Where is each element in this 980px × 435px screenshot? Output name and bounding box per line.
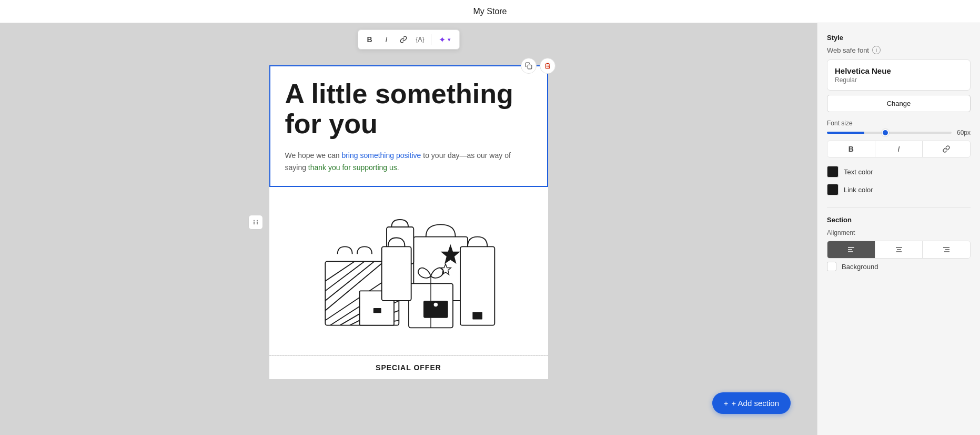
align-center-button[interactable]: [875, 241, 923, 258]
svg-rect-31: [381, 246, 411, 301]
alignment-buttons: [827, 241, 971, 259]
link-button[interactable]: [396, 32, 411, 47]
link-color-swatch[interactable]: [827, 184, 838, 195]
background-row: Background: [827, 262, 971, 271]
section-settings: Section Alignment Background: [827, 216, 971, 271]
content-wrapper: A little something for you We hope we ca…: [269, 65, 548, 379]
image-block: [269, 187, 548, 355]
add-section-icon: +: [724, 399, 729, 408]
svg-point-4: [253, 223, 254, 224]
style-section: Style Web safe font i Helvetica Neue Reg…: [827, 34, 971, 199]
change-font-button[interactable]: Change: [827, 95, 971, 112]
svg-rect-6: [528, 65, 532, 69]
svg-rect-20: [373, 308, 381, 313]
svg-point-3: [256, 222, 257, 223]
section-label: Section: [827, 216, 971, 224]
italic-button[interactable]: I: [379, 32, 394, 47]
text-color-label: Text color: [844, 168, 873, 176]
block-actions: [521, 58, 555, 74]
font-name: Helvetica Neue: [835, 66, 963, 75]
link-color-label: Link color: [844, 186, 873, 194]
svg-point-5: [256, 223, 257, 224]
shopping-illustration: [309, 197, 509, 345]
editor-toolbar: B I {A} ✦ ▾: [358, 29, 460, 50]
add-section-button[interactable]: + + Add section: [712, 392, 791, 414]
special-offer-label: SPECIAL OFFER: [269, 356, 548, 379]
background-label: Background: [842, 263, 878, 271]
subtext: We hope we can bring something positive …: [285, 150, 532, 173]
align-left-button[interactable]: [827, 241, 875, 258]
background-checkbox[interactable]: [827, 262, 836, 271]
ai-chevron-icon: ▾: [448, 36, 451, 43]
web-safe-row: Web safe font i: [827, 46, 971, 54]
format-italic-button[interactable]: I: [875, 141, 923, 157]
store-title: My Store: [473, 7, 507, 16]
highlight-green: thank you for supporting us: [308, 163, 397, 172]
style-title: Style: [827, 34, 971, 42]
ai-icon: ✦: [439, 35, 446, 45]
text-block[interactable]: A little something for you We hope we ca…: [269, 65, 548, 187]
svg-point-1: [256, 220, 257, 221]
font-style: Regular: [835, 76, 963, 84]
variable-button[interactable]: {A}: [413, 32, 428, 47]
bold-button[interactable]: B: [362, 32, 377, 47]
web-safe-label: Web safe font: [827, 46, 869, 54]
duplicate-button[interactable]: [521, 58, 537, 74]
add-section-label: + Add section: [732, 399, 779, 408]
toolbar-divider: [431, 34, 431, 45]
text-color-swatch[interactable]: [827, 166, 838, 177]
link-color-row: Link color: [827, 181, 971, 199]
format-bold-button[interactable]: B: [827, 141, 875, 157]
font-info: Helvetica Neue Regular: [827, 60, 971, 91]
text-color-row: Text color: [827, 163, 971, 181]
drag-handle[interactable]: [248, 215, 263, 230]
svg-point-2: [253, 222, 254, 223]
font-size-label: Font size: [827, 120, 971, 127]
highlight-blue: bring something positive: [341, 151, 421, 160]
panel-divider: [827, 207, 971, 207]
ai-button[interactable]: ✦ ▾: [435, 35, 455, 45]
format-link-button[interactable]: [923, 141, 970, 157]
alignment-label: Alignment: [827, 229, 971, 236]
info-icon[interactable]: i: [872, 46, 881, 54]
svg-point-27: [433, 303, 437, 307]
format-buttons: B I: [827, 141, 971, 157]
right-panel: Style Web safe font i Helvetica Neue Reg…: [817, 23, 980, 435]
top-bar: My Store: [0, 0, 980, 23]
align-right-button[interactable]: [923, 241, 970, 258]
delete-button[interactable]: [540, 58, 555, 74]
font-size-value: 60px: [957, 129, 971, 136]
headline-text[interactable]: A little something for you: [285, 79, 532, 139]
font-size-row: 60px: [827, 129, 971, 136]
canvas-area: B I {A} ✦ ▾: [0, 23, 817, 435]
font-size-slider[interactable]: [827, 132, 952, 134]
main-layout: B I {A} ✦ ▾: [0, 23, 980, 435]
svg-point-0: [253, 220, 254, 221]
svg-rect-29: [472, 312, 482, 320]
